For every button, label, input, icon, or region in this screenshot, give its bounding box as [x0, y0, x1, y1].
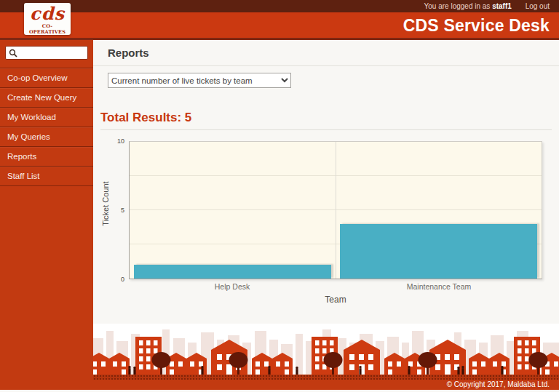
sidebar-item-staff-list[interactable]: Staff List — [0, 167, 93, 186]
sidebar-menu: Co-op Overview Create New Query My Workl… — [0, 68, 93, 186]
bar-maintenance-team — [340, 224, 538, 279]
x-category-label: Help Desk — [129, 282, 336, 291]
x-category-label: Maintenance Team — [336, 282, 542, 291]
search-icon — [9, 47, 17, 60]
report-type-select[interactable]: Current number of live tickets by team — [108, 73, 291, 88]
spacer — [93, 305, 559, 324]
logo-subtext: CO-OPERATIVES — [24, 23, 71, 35]
main-content: Reports Current number of live tickets b… — [93, 40, 559, 390]
y-axis-ticks: 0510 — [93, 141, 127, 279]
logo-text: cds — [24, 4, 71, 23]
chart-plot — [129, 141, 542, 279]
username: staff1 — [492, 2, 512, 10]
search-input[interactable] — [5, 46, 88, 60]
cds-logo[interactable]: cds CO-OPERATIVES — [24, 3, 71, 35]
category-divider — [336, 142, 336, 279]
sidebar-search — [5, 45, 88, 60]
x-axis-labels: Help DeskMaintenance Team — [129, 282, 542, 292]
x-axis-title: Team — [129, 295, 542, 305]
report-select-row: Current number of live tickets by team — [93, 66, 559, 95]
page-header: Reports — [93, 40, 559, 66]
sidebar-item-my-queries[interactable]: My Queries — [0, 127, 93, 147]
app-header: CDS Service Desk — [0, 12, 559, 40]
illustration-ground — [93, 375, 559, 380]
bar-help-desk — [134, 265, 332, 279]
logged-in-text: You are logged in as — [424, 2, 491, 10]
sidebar-item-create-new-query[interactable]: Create New Query — [0, 88, 93, 108]
sidebar-item-reports[interactable]: Reports — [0, 147, 93, 167]
y-tick-label: 5 — [121, 207, 124, 214]
sidebar-item-coop-overview[interactable]: Co-op Overview — [0, 68, 93, 88]
topbar: You are logged in as staff1 Log out — [0, 0, 559, 12]
sidebar-item-my-workload[interactable]: My Workload — [0, 108, 93, 127]
total-results: Total Results: 5 — [100, 111, 552, 125]
copyright-text: © Copyright 2017, Maldaba Ltd. — [447, 380, 550, 388]
sidebar: Co-op Overview Create New Query My Workl… — [0, 40, 93, 390]
footer: © Copyright 2017, Maldaba Ltd. — [93, 380, 559, 390]
cityscape-illustration — [93, 324, 559, 375]
y-tick-label: 10 — [117, 137, 124, 145]
app-title: CDS Service Desk — [0, 12, 559, 36]
page-title: Reports — [108, 47, 149, 59]
cityscape-svg — [93, 324, 559, 375]
ticket-count-chart: Ticket Count 0510 Help DeskMaintenance T… — [93, 130, 559, 305]
y-tick-label: 0 — [121, 276, 124, 283]
logout-link[interactable]: Log out — [526, 2, 550, 10]
